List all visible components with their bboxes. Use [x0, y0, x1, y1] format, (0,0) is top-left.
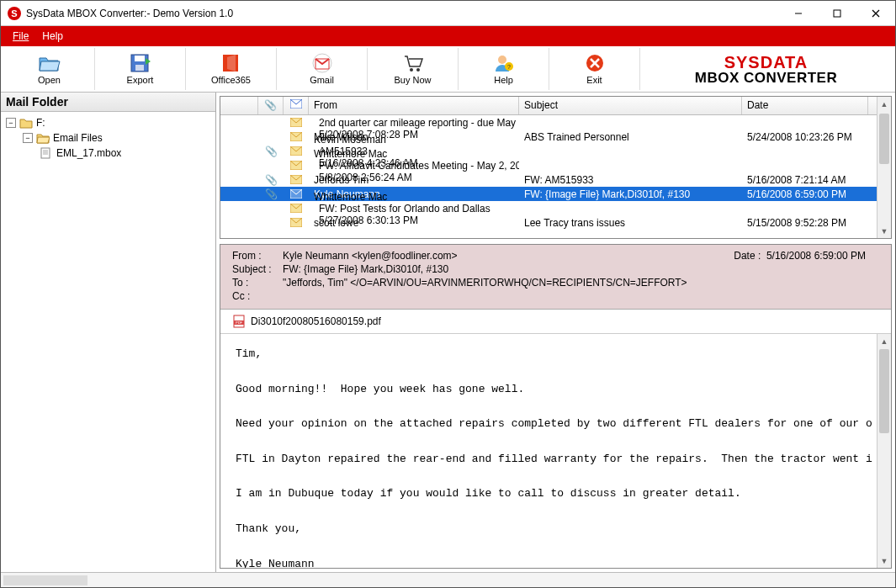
- cell-subject: Lee Tracy trans issues: [519, 217, 742, 229]
- preview-body[interactable]: Tim, Good morning!! Hope you week has go…: [220, 334, 877, 568]
- col-subject[interactable]: Subject: [519, 97, 742, 114]
- table-row[interactable]: scott lowe Lee Tracy trans issues5/15/20…: [220, 215, 891, 230]
- sidebar: Mail Folder − F: − Email Files EML_17.mb…: [1, 93, 216, 572]
- status-scroll-thumb[interactable]: [3, 575, 87, 585]
- main-area: Mail Folder − F: − Email Files EML_17.mb…: [1, 93, 895, 572]
- svg-rect-5: [135, 56, 145, 61]
- preview-to-label: To :: [232, 277, 283, 289]
- preview-from-label: From :: [232, 250, 283, 262]
- envelope-icon: [290, 218, 302, 227]
- table-row[interactable]: 📎Jeffords TimFW: AM5159335/16/2008 7:21:…: [220, 172, 891, 187]
- list-body[interactable]: Pawelek Pamela 2nd quarter car mileage r…: [220, 115, 891, 230]
- scroll-down-icon[interactable]: ▼: [877, 224, 891, 238]
- floppy-export-icon: [129, 53, 152, 73]
- envelope-icon: [290, 204, 302, 213]
- message-list: 📎 From Subject Date Pawelek Pamela 2nd q…: [220, 96, 892, 239]
- col-envelope[interactable]: [284, 97, 309, 114]
- titlebar: S SysData MBOX Converter:- Demo Version …: [1, 1, 895, 26]
- exit-icon: [583, 53, 607, 73]
- statusbar: [1, 572, 895, 587]
- svg-point-9: [410, 68, 413, 72]
- toolbar: Open Export Office365 Gmail Buy Now ? He…: [1, 46, 895, 93]
- tree-collapse-icon[interactable]: −: [6, 118, 16, 128]
- help-button[interactable]: ? Help: [459, 48, 549, 90]
- preview-date: Date : 5/16/2008 6:59:00 PM: [734, 250, 866, 262]
- cell-subject: FW: Post Tests for Orlando and Dallas: [314, 203, 519, 215]
- buynow-label: Buy Now: [394, 75, 431, 85]
- minimize-button[interactable]: [779, 1, 818, 26]
- gmail-button[interactable]: Gmail: [277, 48, 368, 90]
- gmail-label: Gmail: [310, 75, 334, 85]
- menu-help[interactable]: Help: [35, 29, 70, 44]
- svg-point-11: [498, 56, 506, 64]
- preview-cc: [283, 290, 879, 302]
- col-from[interactable]: From: [309, 97, 519, 114]
- table-row[interactable]: Whittemore Mac FW: Post Tests for Orland…: [220, 201, 891, 215]
- open-button[interactable]: Open: [4, 48, 95, 90]
- envelope-icon: [290, 146, 302, 156]
- svg-point-10: [416, 68, 420, 72]
- buynow-button[interactable]: Buy Now: [368, 48, 459, 90]
- app-logo-icon: S: [8, 7, 21, 20]
- table-row[interactable]: Whittemore Mac FW: Affidavit Candidates …: [220, 158, 891, 172]
- list-scrollbar[interactable]: ▲ ▼: [877, 97, 891, 238]
- preview-subject: FW: {Image File} Mark,Di3010f, #130: [283, 263, 879, 275]
- scroll-thumb[interactable]: [879, 114, 889, 164]
- preview-to: "Jeffords, Tim" </O=ARVIN/OU=ARVINMERITO…: [283, 277, 879, 289]
- window-title: SysData MBOX Converter:- Demo Version 1.…: [26, 8, 779, 19]
- tree-collapse-icon[interactable]: −: [23, 133, 33, 143]
- svg-rect-1: [834, 10, 840, 17]
- tree-label-root: F:: [36, 117, 45, 129]
- export-button[interactable]: Export: [95, 48, 186, 90]
- menu-file[interactable]: File: [6, 29, 35, 44]
- gmail-icon: [310, 53, 334, 73]
- brand-line2: MBOX CONVERTER: [695, 71, 837, 85]
- tree-node-root[interactable]: − F:: [3, 115, 214, 130]
- cell-subject: ABS Trained Personnel: [519, 131, 742, 143]
- preview-cc-label: Cc :: [232, 290, 283, 302]
- brand-line1: SYSDATA: [724, 54, 809, 71]
- scroll-up-icon[interactable]: ▲: [877, 334, 891, 348]
- tree-node-file[interactable]: EML_17.mbox: [3, 146, 214, 161]
- exit-button[interactable]: Exit: [549, 48, 640, 90]
- envelope-icon: [290, 118, 302, 127]
- office365-button[interactable]: Office365: [186, 48, 277, 90]
- cell-subject: FW: AM515933: [519, 174, 742, 186]
- scroll-down-icon[interactable]: ▼: [877, 554, 891, 568]
- envelope-icon: [290, 175, 302, 184]
- attachment-bar[interactable]: PDF Di3010f20080516080159.pdf: [220, 310, 891, 334]
- scroll-up-icon[interactable]: ▲: [877, 97, 891, 111]
- tree-label-emails: Email Files: [53, 132, 103, 144]
- paperclip-icon: 📎: [264, 99, 277, 112]
- close-button[interactable]: [856, 1, 895, 26]
- cell-date: 5/24/2008 10:23:26 PM: [742, 131, 868, 143]
- paperclip-icon: 📎: [265, 188, 278, 200]
- export-label: Export: [127, 75, 154, 85]
- help-person-icon: ?: [492, 53, 516, 73]
- cell-subject: FW: {Image File} Mark,Di3010f, #130: [519, 188, 742, 200]
- folder-icon: [19, 117, 33, 129]
- pdf-icon: PDF: [232, 315, 246, 328]
- envelope-icon: [290, 99, 302, 109]
- maximize-button[interactable]: [818, 1, 856, 26]
- scroll-thumb[interactable]: [879, 349, 889, 433]
- preview-subject-label: Subject :: [232, 263, 283, 275]
- col-attachment[interactable]: 📎: [258, 97, 284, 114]
- table-row[interactable]: Pawelek Pamela 2nd quarter car mileage r…: [220, 115, 891, 130]
- help-label: Help: [494, 75, 513, 85]
- preview-scrollbar[interactable]: ▲ ▼: [877, 334, 891, 568]
- cell-from: Jeffords Tim: [309, 174, 519, 186]
- col-blank[interactable]: [220, 97, 258, 114]
- svg-rect-6: [135, 65, 144, 71]
- folder-open-icon: [36, 132, 50, 144]
- folder-tree[interactable]: − F: − Email Files EML_17.mbox: [1, 112, 215, 572]
- envelope-icon: [290, 161, 302, 170]
- folder-open-icon: [38, 53, 61, 73]
- preview-pane: From :Kyle Neumann <kylen@foodliner.com>…: [220, 244, 892, 569]
- col-date[interactable]: Date: [742, 97, 868, 114]
- svg-text:PDF: PDF: [236, 320, 243, 325]
- right-pane: 📎 From Subject Date Pawelek Pamela 2nd q…: [220, 96, 892, 569]
- office365-label: Office365: [211, 75, 251, 85]
- tree-node-emails[interactable]: − Email Files: [3, 130, 214, 146]
- cell-subject: 2nd quarter car mileage reporting - due …: [314, 117, 519, 129]
